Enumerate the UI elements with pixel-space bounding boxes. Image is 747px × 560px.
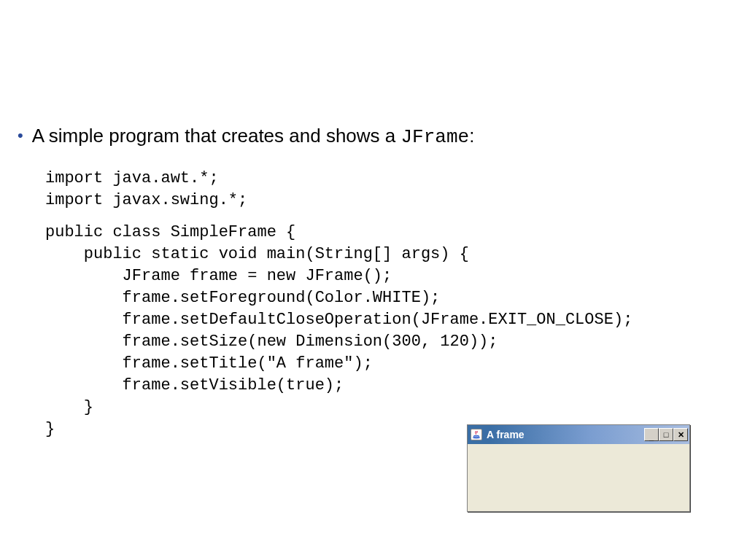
jframe-title: A frame — [487, 429, 644, 440]
code-block: import java.awt.*; import javax.swing.*;… — [45, 168, 747, 440]
code-line-5: JFrame frame = new JFrame(); — [45, 267, 392, 285]
java-cup-icon — [471, 429, 482, 440]
bullet-suffix: : — [469, 125, 474, 147]
bullet-dot-icon: • — [18, 124, 23, 147]
code-line-11: } — [45, 398, 93, 416]
bullet-text: A simple program that creates and shows … — [32, 124, 475, 149]
minimize-icon: _ — [649, 432, 654, 441]
slide: • A simple program that creates and show… — [0, 0, 747, 560]
code-line-6: frame.setForeground(Color.WHITE); — [45, 289, 440, 307]
bullet-item: • A simple program that creates and show… — [15, 124, 747, 149]
bullet-code-word: JFrame — [401, 126, 470, 148]
code-line-8: frame.setSize(new Dimension(300, 120)); — [45, 332, 498, 351]
code-line-2: import javax.swing.*; — [45, 191, 247, 209]
code-line-12: } — [45, 420, 55, 438]
maximize-icon: □ — [664, 430, 669, 439]
bullet-prefix: A simple program that creates and shows … — [32, 125, 401, 147]
code-line-10: frame.setVisible(true); — [45, 376, 344, 394]
code-line-3: public class SimpleFrame { — [45, 223, 295, 241]
code-line-4: public static void main(String[] args) { — [45, 245, 469, 263]
maximize-button[interactable]: □ — [659, 428, 673, 441]
jframe-titlebar[interactable]: A frame _ □ ✕ — [468, 425, 689, 444]
jframe-body — [468, 444, 689, 511]
close-icon: ✕ — [678, 430, 684, 440]
jframe-window-controls: _ □ ✕ — [644, 428, 688, 441]
code-line-1: import java.awt.*; — [45, 169, 219, 187]
code-line-7: frame.setDefaultCloseOperation(JFrame.EX… — [45, 311, 632, 329]
minimize-button[interactable]: _ — [644, 428, 659, 441]
close-button[interactable]: ✕ — [673, 428, 688, 441]
jframe-window: A frame _ □ ✕ — [467, 424, 690, 512]
code-line-9: frame.setTitle("A frame"); — [45, 354, 373, 373]
